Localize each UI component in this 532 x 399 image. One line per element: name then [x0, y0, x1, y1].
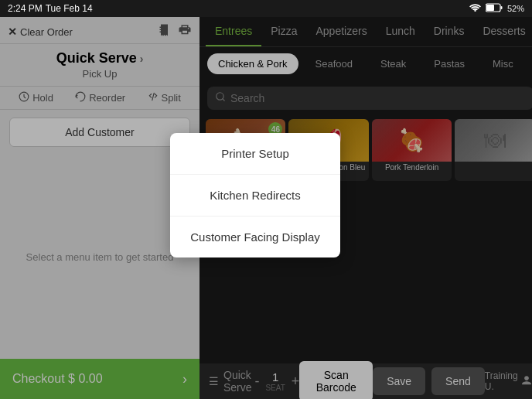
battery-percent: 52% [507, 4, 524, 13]
status-icons: 52% [469, 3, 524, 14]
svg-rect-2 [500, 6, 502, 9]
status-date: Tue Feb 14 [46, 3, 93, 14]
status-time-area: 2:24 PM Tue Feb 14 [8, 3, 93, 14]
dropdown-menu: Printer Setup Kitchen Redirects Customer… [170, 133, 340, 257]
modal-overlay: Printer Setup Kitchen Redirects Customer… [0, 17, 532, 399]
status-bar: 2:24 PM Tue Feb 14 52% [0, 0, 532, 17]
customer-facing-display-item[interactable]: Customer Facing Display [170, 217, 340, 257]
status-time: 2:24 PM [8, 3, 43, 14]
battery-icon [486, 3, 503, 14]
printer-setup-item[interactable]: Printer Setup [170, 133, 340, 175]
wifi-icon [469, 3, 481, 14]
svg-rect-1 [486, 5, 494, 11]
kitchen-redirects-item[interactable]: Kitchen Redirects [170, 175, 340, 217]
